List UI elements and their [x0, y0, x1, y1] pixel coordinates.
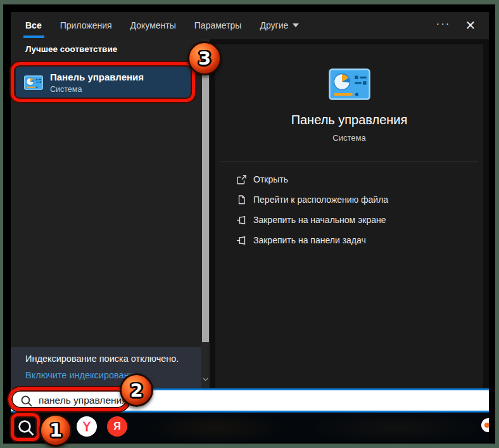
action-open-label: Открыть	[253, 174, 288, 184]
pin-icon	[236, 215, 247, 226]
annotation-step-3: 3	[187, 41, 222, 75]
search-header: Все Приложения Документы Параметры Други…	[11, 12, 489, 39]
annotation-highlight-search-input	[8, 387, 130, 411]
action-open-file-location-label: Перейти к расположению файла	[253, 195, 388, 205]
action-pin-to-start-label: Закрепить на начальном экране	[253, 215, 386, 225]
chevron-down-icon	[203, 378, 208, 381]
tab-more[interactable]: Другие	[260, 20, 299, 30]
divider	[220, 162, 478, 162]
yandex-browser-y-icon	[80, 420, 93, 433]
annotation-step-2: 2	[120, 373, 153, 407]
annotation-highlight-result	[11, 62, 195, 102]
taskbar-yandex-browser-icon[interactable]	[77, 416, 97, 437]
windows-search-flyout: Все Приложения Документы Параметры Други…	[11, 12, 489, 442]
taskbar-shade	[315, 413, 479, 442]
indexing-status-text: Индексирование поиска отключено.	[25, 353, 201, 365]
close-button[interactable]: ✕	[460, 16, 481, 35]
file-location-icon	[236, 195, 247, 205]
active-tab-underline	[23, 35, 44, 38]
action-pin-to-taskbar[interactable]: Закрепить на панели задач	[215, 230, 483, 250]
taskbar-app-partial-icon[interactable]	[481, 418, 489, 432]
tab-apps[interactable]: Приложения	[60, 20, 112, 30]
results-scrollbar[interactable]	[201, 39, 210, 388]
yandex-letter: Я	[113, 421, 121, 432]
tab-documents[interactable]: Документы	[130, 20, 176, 30]
open-icon	[236, 174, 247, 185]
control-panel-icon	[329, 68, 370, 100]
annotation-highlight-taskbar-search	[11, 413, 40, 441]
annotation-step-1: 1	[39, 414, 72, 447]
taskbar-shade	[153, 413, 280, 442]
action-pin-to-start[interactable]: Закрепить на начальном экране	[215, 210, 483, 230]
scrollbar-thumb[interactable]	[202, 42, 209, 342]
tab-settings[interactable]: Параметры	[194, 20, 242, 30]
preview-panel: Панель управления Система Открыть Перейт…	[210, 39, 489, 388]
chevron-down-icon	[293, 23, 299, 27]
more-options-button[interactable]: ···	[434, 15, 453, 34]
preview-app-subtitle: Система	[215, 133, 483, 143]
tab-all[interactable]: Все	[25, 20, 42, 30]
taskbar-yandex-icon[interactable]: Я	[107, 416, 127, 437]
action-open-file-location[interactable]: Перейти к расположению файла	[215, 189, 483, 210]
best-match-header: Лучшее соответствие	[25, 44, 117, 54]
scrollbar-down-button[interactable]	[201, 375, 210, 384]
action-pin-to-taskbar-label: Закрепить на панели задач	[253, 235, 366, 245]
enable-indexing-link[interactable]: Включите индексирование.	[25, 369, 201, 381]
action-open[interactable]: Открыть	[215, 169, 483, 189]
filter-tabs: Все Приложения Документы Параметры Други…	[25, 20, 299, 30]
pin-icon	[236, 235, 247, 246]
indexing-status: Индексирование поиска отключено. Включит…	[11, 347, 201, 388]
preview-app-title: Панель управления	[215, 113, 483, 127]
context-actions: Открыть Перейти к расположению файла Зак…	[215, 169, 483, 250]
preview-card: Панель управления Система Открыть Перейт…	[215, 44, 483, 388]
